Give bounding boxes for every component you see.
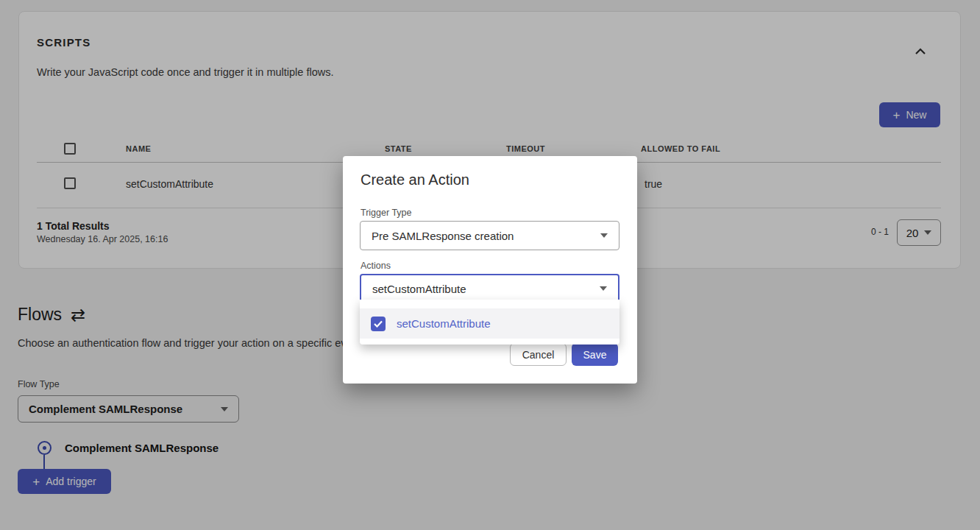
- checkmark-icon: [374, 320, 383, 328]
- actions-dropdown-list: setCustomAttribute: [360, 300, 619, 344]
- trigger-type-value: Pre SAMLResponse creation: [372, 230, 514, 242]
- actions-select[interactable]: setCustomAttribute: [360, 274, 619, 303]
- checked-checkbox[interactable]: [371, 317, 386, 331]
- chevron-down-icon: [600, 233, 608, 238]
- modal-title: Create an Action: [361, 172, 469, 188]
- chevron-down-icon: [600, 286, 607, 291]
- save-button-label: Save: [583, 349, 607, 361]
- cancel-button[interactable]: Cancel: [510, 343, 567, 366]
- actions-label: Actions: [361, 261, 391, 271]
- actions-select-value: setCustomAttribute: [372, 283, 466, 295]
- dropdown-option-setcustomattribute[interactable]: setCustomAttribute: [360, 308, 619, 339]
- create-action-modal: Create an Action Trigger Type Pre SAMLRe…: [343, 156, 637, 384]
- dropdown-option-label: setCustomAttribute: [397, 317, 491, 330]
- save-button[interactable]: Save: [572, 343, 618, 366]
- trigger-type-label: Trigger Type: [361, 208, 411, 218]
- trigger-type-select[interactable]: Pre SAMLResponse creation: [360, 221, 619, 250]
